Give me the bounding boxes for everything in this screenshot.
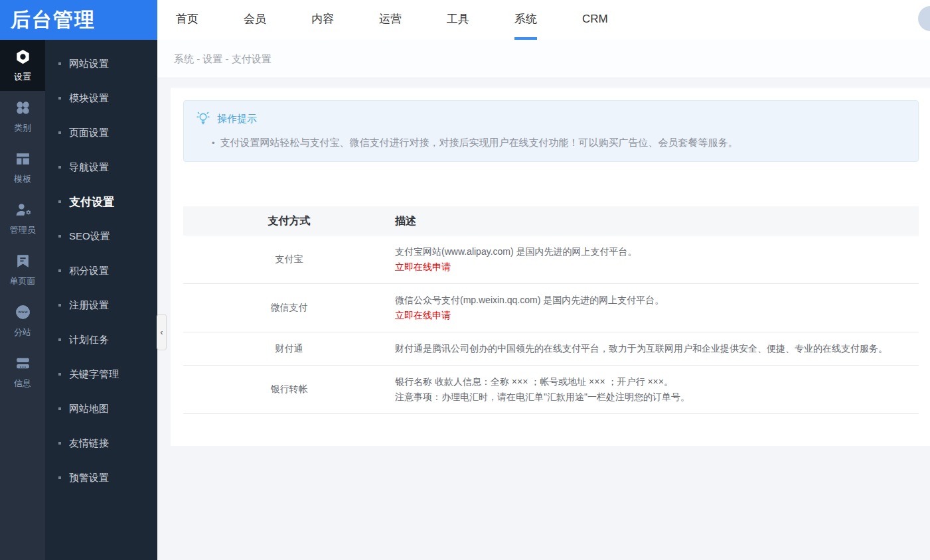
main-area: 系统 - 设置 - 支付设置 操作提示 支付设置网站轻 <box>157 40 930 560</box>
menu-item-label: 页面设置 <box>69 127 109 139</box>
menu-item-cron-tasks[interactable]: 计划任务 <box>45 322 157 357</box>
rail-item-label: 模板 <box>14 173 31 185</box>
table-row: 微信支付微信公众号支付(mp.weixin.qq.com) 是国内先进的网上支付… <box>183 284 919 332</box>
rail-item-label: 设置 <box>14 71 31 83</box>
nav-item-tools[interactable]: 工具 <box>447 0 469 40</box>
tip-box: 操作提示 支付设置网站轻松与支付宝、微信支付进行对接，对接后实现用户在线支付功能… <box>183 100 919 162</box>
menu-item-label: 注册设置 <box>69 299 109 312</box>
rail-item-settings[interactable]: 设置 <box>0 40 45 91</box>
apply-online-link[interactable]: 立即在线申请 <box>395 308 451 323</box>
rail-item-category[interactable]: 类别 <box>0 91 45 142</box>
bullet-icon <box>58 338 61 341</box>
bullet-icon <box>58 131 61 134</box>
rail-item-label: 信息 <box>14 378 31 389</box>
menu-item-label: 计划任务 <box>69 334 109 346</box>
breadcrumb: 系统 - 设置 - 支付设置 <box>157 40 930 78</box>
nav-item-system[interactable]: 系统 <box>514 0 537 40</box>
nav-item-members[interactable]: 会员 <box>244 0 266 40</box>
bookmark-icon <box>14 253 31 270</box>
table-row: 财付通财付通是腾讯公司创办的中国领先的在线支付平台，致力于为互联网用户和企业提供… <box>183 332 919 366</box>
rail-item-label: 单页面 <box>10 275 36 287</box>
rail-item-subsite[interactable]: www分站 <box>0 295 45 346</box>
menu-item-module-settings[interactable]: 模块设置 <box>45 81 157 115</box>
description-cell: 财付通是腾讯公司创办的中国领先的在线支付平台，致力于为互联网用户和企业提供安全、… <box>395 332 919 366</box>
icon-sidebar: 设置类别模板管理员单页面www分站信息 <box>0 40 45 560</box>
menu-item-keyword-management[interactable]: 关键字管理 <box>45 357 157 391</box>
table-row: 支付宝支付宝网站(www.alipay.com) 是国内先进的网上支付平台。立即… <box>183 236 919 284</box>
menu-item-label: SEO设置 <box>69 230 110 243</box>
menu-item-label: 网站地图 <box>69 403 109 415</box>
description-line: 注意事项：办理电汇时，请在电汇单"汇款用途"一栏处注明您的订单号。 <box>395 389 919 405</box>
menu-item-page-settings[interactable]: 页面设置 <box>45 115 157 150</box>
table-column-header: 描述 <box>395 206 919 236</box>
bullet-icon <box>58 97 61 100</box>
menu-item-label: 网站设置 <box>69 58 109 70</box>
menu-item-alert-settings[interactable]: 预警设置 <box>45 460 157 495</box>
lightbulb-icon <box>196 111 210 127</box>
rail-item-single-page[interactable]: 单页面 <box>0 244 45 295</box>
description-line: 支付宝网站(www.alipay.com) 是国内先进的网上支付平台。 <box>395 244 919 259</box>
description-cell: 微信公众号支付(mp.weixin.qq.com) 是国内先进的网上支付平台。立… <box>395 284 919 332</box>
menu-item-sitemap[interactable]: 网站地图 <box>45 391 157 426</box>
template-icon <box>14 151 31 168</box>
rail-item-admin[interactable]: 管理员 <box>0 193 45 244</box>
submenu-sidebar: 网站设置模块设置页面设置导航设置支付设置SEO设置积分设置注册设置计划任务关键字… <box>45 40 157 560</box>
rail-item-template[interactable]: 模板 <box>0 142 45 193</box>
bullet-icon <box>58 442 61 445</box>
chevron-left-icon: ‹ <box>160 327 163 337</box>
description-line: 银行名称 收款人信息：全称 ××× ；帐号或地址 ××× ；开户行 ×××。 <box>395 374 919 389</box>
rail-item-label: 管理员 <box>10 224 36 236</box>
bullet-icon <box>58 62 61 65</box>
payment-method-cell: 银行转帐 <box>183 366 395 414</box>
sidebar-collapse-handle[interactable]: ‹ <box>157 314 167 350</box>
rail-item-label: 类别 <box>14 122 31 134</box>
tip-header: 操作提示 <box>196 111 905 127</box>
menu-item-label: 关键字管理 <box>69 368 119 381</box>
description-line: 微信公众号支付(mp.weixin.qq.com) 是国内先进的网上支付平台。 <box>395 293 919 308</box>
payment-method-cell: 微信支付 <box>183 284 395 332</box>
payment-method-cell: 支付宝 <box>183 236 395 284</box>
menu-item-friend-links[interactable]: 友情链接 <box>45 426 157 460</box>
tip-text: 支付设置网站轻松与支付宝、微信支付进行对接，对接后实现用户在线支付功能！可以购买… <box>212 137 905 149</box>
nav-item-content[interactable]: 内容 <box>311 0 334 40</box>
menu-item-label: 支付设置 <box>69 194 114 210</box>
bullet-icon <box>58 476 61 479</box>
menu-item-label: 积分设置 <box>69 265 109 277</box>
menu-item-payment-settings[interactable]: 支付设置 <box>45 184 157 219</box>
top-nav: 首页会员内容运营工具系统CRM <box>157 0 608 40</box>
menu-item-website-settings[interactable]: 网站设置 <box>45 46 157 81</box>
content-card: 操作提示 支付设置网站轻松与支付宝、微信支付进行对接，对接后实现用户在线支付功能… <box>171 88 930 446</box>
nav-item-operations[interactable]: 运营 <box>379 0 402 40</box>
bullet-icon <box>58 235 61 238</box>
nav-item-home[interactable]: 首页 <box>176 0 198 40</box>
table-header-row: 支付方式描述 <box>183 206 919 236</box>
menu-item-register-settings[interactable]: 注册设置 <box>45 288 157 322</box>
table-column-header: 支付方式 <box>183 206 395 236</box>
description-cell: 银行名称 收款人信息：全称 ××× ；帐号或地址 ××× ；开户行 ×××。注意… <box>395 366 919 414</box>
admin-app: 后台管理 首页会员内容运营工具系统CRM 设置类别模板管理员单页面www分站信息… <box>0 0 930 560</box>
content-area: 操作提示 支付设置网站轻松与支付宝、微信支付进行对接，对接后实现用户在线支付功能… <box>157 78 930 446</box>
payment-methods-table: 支付方式描述 支付宝支付宝网站(www.alipay.com) 是国内先进的网上… <box>183 206 919 414</box>
bullet-icon <box>58 373 61 376</box>
payment-method-cell: 财付通 <box>183 332 395 366</box>
menu-item-seo-settings[interactable]: SEO设置 <box>45 219 157 253</box>
globe-www-icon: www <box>14 304 31 321</box>
menu-item-label: 预警设置 <box>69 472 109 484</box>
info-stack-icon <box>14 355 31 372</box>
svg-text:www: www <box>18 310 28 314</box>
apply-online-link[interactable]: 立即在线申请 <box>395 259 451 275</box>
nav-item-crm[interactable]: CRM <box>582 0 608 40</box>
rail-item-label: 分站 <box>14 326 31 338</box>
table-row: 银行转帐银行名称 收款人信息：全称 ××× ；帐号或地址 ××× ；开户行 ××… <box>183 366 919 414</box>
rail-item-info[interactable]: 信息 <box>0 346 45 397</box>
bullet-icon <box>58 269 61 272</box>
app-logo: 后台管理 <box>0 0 157 40</box>
category-icon <box>14 100 31 117</box>
avatar[interactable] <box>918 6 930 31</box>
menu-item-label: 友情链接 <box>69 437 109 450</box>
top-bar: 后台管理 首页会员内容运营工具系统CRM <box>0 0 930 40</box>
menu-item-nav-settings[interactable]: 导航设置 <box>45 150 157 184</box>
menu-item-points-settings[interactable]: 积分设置 <box>45 253 157 288</box>
admin-user-icon <box>14 202 31 219</box>
bullet-icon <box>58 407 61 410</box>
